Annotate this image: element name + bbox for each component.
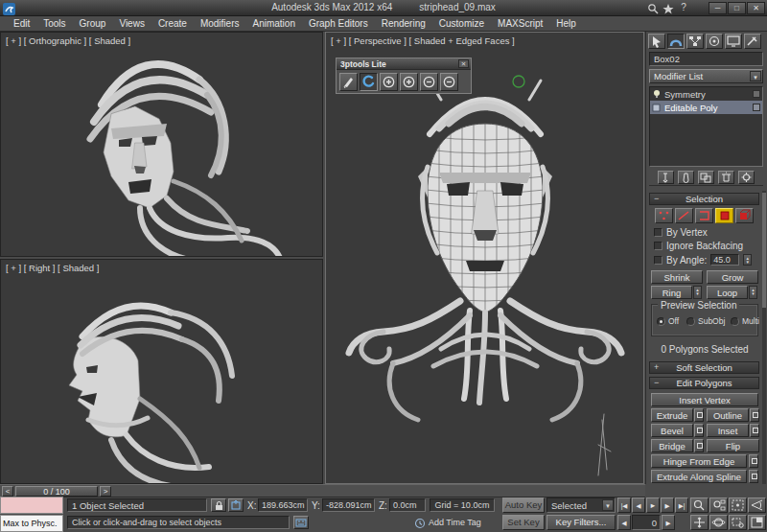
- ring-button[interactable]: Ring: [651, 286, 692, 299]
- zoom-extents-icon[interactable]: [729, 497, 747, 513]
- bridge-button[interactable]: Bridge: [651, 439, 693, 452]
- 3ptools-zoom-in-button[interactable]: [380, 73, 398, 91]
- bevel-button[interactable]: Bevel: [651, 424, 693, 437]
- next-frame-icon[interactable]: ▶: [661, 497, 674, 513]
- menu-item-edit[interactable]: Edit: [7, 16, 36, 31]
- preview-multi-radio[interactable]: [731, 317, 739, 326]
- loop-button[interactable]: Loop: [707, 286, 748, 299]
- minimize-button[interactable]: ─: [709, 2, 727, 14]
- menu-item-tools[interactable]: Tools: [36, 16, 72, 31]
- zoom-icon[interactable]: [690, 497, 709, 513]
- viewport-right-label[interactable]: [ + ] [ Right ] [ Shaded ]: [6, 263, 99, 273]
- ignore-backfacing-checkbox[interactable]: [654, 242, 662, 250]
- modifier-stack-row-symmetry[interactable]: Symmetry: [650, 87, 762, 101]
- zoom-region-icon[interactable]: [729, 515, 747, 530]
- preview-off-radio[interactable]: [657, 317, 665, 326]
- by-angle-value-field[interactable]: 45.0: [710, 254, 739, 266]
- menu-item-views[interactable]: Views: [112, 16, 151, 31]
- selection-set-dropdown[interactable]: Selected ▼: [546, 497, 616, 513]
- key-mode-next-icon[interactable]: ▶: [662, 515, 675, 530]
- hinge-settings-icon[interactable]: [749, 454, 758, 468]
- menu-item-maxscript[interactable]: MAXScript: [491, 16, 549, 31]
- go-to-end-icon[interactable]: ▶|: [675, 497, 688, 513]
- favorites-star-icon[interactable]: [662, 2, 675, 14]
- field-of-view-icon[interactable]: [748, 497, 766, 513]
- tab-modify-icon-active[interactable]: [667, 34, 685, 49]
- key-mode-prev-icon[interactable]: ◀: [617, 515, 631, 530]
- remove-modifier-icon[interactable]: [718, 171, 734, 184]
- modifier-stack[interactable]: Symmetry Editable Poly: [649, 86, 763, 167]
- current-frame-field[interactable]: 0: [632, 515, 661, 530]
- outline-settings-icon[interactable]: [750, 408, 759, 422]
- modifier-toggle[interactable]: [753, 90, 760, 98]
- menu-item-help[interactable]: Help: [549, 16, 583, 31]
- add-time-tag-label[interactable]: Add Time Tag: [429, 518, 481, 527]
- chevron-down-icon[interactable]: ▼: [602, 499, 614, 511]
- menu-item-animation[interactable]: Animation: [245, 16, 301, 31]
- ignore-backfacing-option[interactable]: Ignore Backfacing: [654, 241, 743, 251]
- time-slider-prev-icon[interactable]: <: [2, 486, 13, 497]
- tab-display-icon[interactable]: [725, 34, 742, 49]
- by-vertex-checkbox[interactable]: [654, 228, 662, 237]
- rollout-edit-polygons-header[interactable]: − Edit Polygons: [649, 377, 759, 389]
- 3ptools-zoom-out-button[interactable]: [420, 73, 438, 91]
- grow-button[interactable]: Grow: [707, 270, 758, 284]
- insert-vertex-button[interactable]: Insert Vertex: [651, 393, 758, 406]
- time-slider-thumb[interactable]: 0 / 100: [15, 486, 98, 497]
- menu-item-modifiers[interactable]: Modifiers: [194, 16, 246, 31]
- maximize-button[interactable]: □: [728, 2, 746, 14]
- shrink-button[interactable]: Shrink: [651, 270, 703, 284]
- subobject-border-icon[interactable]: [695, 208, 713, 223]
- chevron-down-icon[interactable]: ▼: [750, 71, 761, 81]
- show-end-result-icon[interactable]: [678, 171, 694, 184]
- bridge-settings-icon[interactable]: [694, 439, 704, 452]
- bevel-settings-icon[interactable]: [694, 424, 704, 437]
- 3ptools-close-icon[interactable]: ✕: [458, 59, 469, 68]
- inset-settings-icon[interactable]: [750, 424, 759, 437]
- extrude-button[interactable]: Extrude: [651, 408, 693, 422]
- preview-subobj-option[interactable]: SubObj: [686, 316, 725, 326]
- tab-motion-icon[interactable]: [706, 34, 723, 49]
- 3ptools-zoom-in-2-button[interactable]: [400, 73, 418, 91]
- play-icon[interactable]: ►: [646, 497, 660, 513]
- outline-button[interactable]: Outline: [707, 408, 749, 422]
- macro-recorder-pane[interactable]: [0, 497, 63, 514]
- pin-stack-icon[interactable]: [658, 171, 674, 184]
- orbit-icon[interactable]: [709, 515, 728, 530]
- loop-spinner[interactable]: ▴▾: [749, 286, 757, 299]
- menu-item-rendering[interactable]: Rendering: [375, 16, 432, 31]
- object-name-field[interactable]: Box02: [649, 52, 763, 66]
- time-tag-icon[interactable]: [414, 516, 426, 532]
- modifier-toggle[interactable]: [753, 104, 760, 111]
- maximize-viewport-toggle-icon[interactable]: [748, 515, 766, 530]
- auto-key-button[interactable]: Auto Key: [502, 497, 545, 513]
- set-key-button[interactable]: Set Key: [502, 515, 545, 530]
- x-coordinate-field[interactable]: 189.663cm: [258, 498, 308, 512]
- by-angle-option[interactable]: By Angle: 45.0 ▴▾: [654, 254, 752, 266]
- viewport-right[interactable]: [ + ] [ Right ] [ Shaded ]: [0, 259, 323, 484]
- 3ptools-zoom-out-2-button[interactable]: [440, 73, 458, 91]
- zoom-all-icon[interactable]: [709, 497, 728, 513]
- preview-multi-option[interactable]: Multi: [731, 316, 759, 326]
- subobject-vertex-icon[interactable]: [655, 208, 673, 223]
- panel-scrollbar[interactable]: [762, 191, 766, 484]
- menu-item-graph-editors[interactable]: Graph Editors: [302, 16, 375, 31]
- menu-item-group[interactable]: Group: [73, 16, 113, 31]
- modifier-list-dropdown[interactable]: Modifier List ▼: [649, 69, 763, 83]
- pan-icon[interactable]: [690, 515, 709, 530]
- tab-hierarchy-icon[interactable]: [686, 34, 704, 49]
- preview-subobj-radio[interactable]: [686, 317, 695, 326]
- viewport-perspective[interactable]: [ + ] [ Perspective ] [ Shaded + Edged F…: [325, 32, 644, 484]
- previous-frame-icon[interactable]: ◀: [632, 497, 645, 513]
- flip-button[interactable]: Flip: [707, 439, 759, 452]
- menu-item-create[interactable]: Create: [151, 16, 194, 31]
- y-coordinate-field[interactable]: -828.091cm: [322, 498, 375, 512]
- subobject-polygon-icon-active[interactable]: [715, 208, 733, 223]
- 3ptools-swirl-tool-button-active[interactable]: [360, 73, 378, 91]
- ring-spinner[interactable]: ▴▾: [693, 286, 702, 299]
- by-angle-spinner[interactable]: ▴▾: [743, 254, 752, 266]
- z-coordinate-field[interactable]: 0.0cm: [389, 498, 426, 512]
- lock-selection-icon[interactable]: [211, 498, 226, 512]
- viewport-perspective-label[interactable]: [ + ] [ Perspective ] [ Shaded + Edged F…: [331, 35, 515, 46]
- keyboard-shortcut-override-icon[interactable]: [293, 516, 309, 529]
